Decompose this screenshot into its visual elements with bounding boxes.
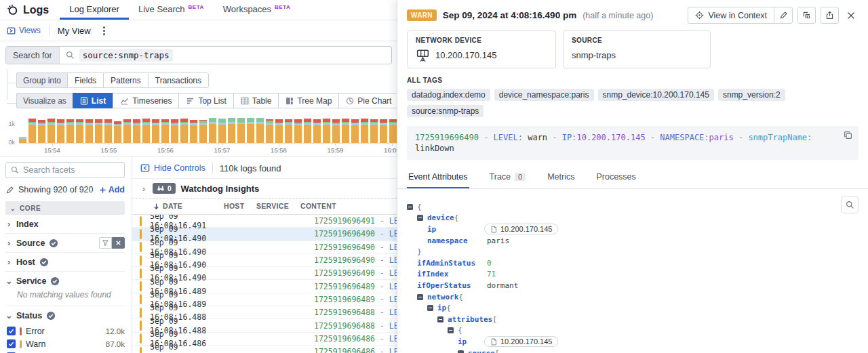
histogram-bar[interactable] bbox=[133, 119, 140, 143]
visualize-as-tree-map[interactable]: Tree Map bbox=[278, 93, 338, 108]
close-icon[interactable] bbox=[844, 8, 859, 23]
group-into-transactions[interactable]: Transactions bbox=[148, 72, 209, 88]
collapse-toggle-icon[interactable] bbox=[437, 316, 443, 323]
histogram-bar[interactable] bbox=[123, 119, 131, 143]
histogram-bar[interactable] bbox=[47, 119, 55, 143]
collapse-toggle-icon[interactable] bbox=[417, 294, 423, 300]
histogram-bars[interactable] bbox=[19, 114, 397, 144]
collapse-toggle-icon[interactable] bbox=[458, 350, 464, 353]
checkbox-checked[interactable] bbox=[7, 327, 16, 335]
column-host[interactable]: HOST bbox=[224, 202, 256, 210]
histogram-bar[interactable] bbox=[370, 119, 378, 143]
group-into-fields[interactable]: Fields bbox=[67, 72, 103, 88]
facet-value-error[interactable]: Error12.0k bbox=[5, 325, 125, 337]
search-query-token[interactable]: source:snmp-traps bbox=[79, 49, 173, 62]
network-device-card[interactable]: NETWORK DEVICE 10.200.170.145 bbox=[407, 30, 556, 68]
detail-tab-processes[interactable]: Processes bbox=[595, 170, 637, 188]
visualize-as-top-list[interactable]: Top List bbox=[178, 93, 233, 108]
histogram-bar[interactable] bbox=[142, 119, 150, 143]
tag-pill[interactable]: source:snmp-traps bbox=[407, 105, 484, 117]
facet-value-info[interactable]: Info4.41k bbox=[5, 350, 125, 353]
facet-row-status[interactable]: ⌄Status bbox=[5, 306, 125, 325]
copy-attributes-icon[interactable] bbox=[797, 7, 816, 24]
histogram-bar[interactable] bbox=[28, 119, 36, 143]
histogram-bar[interactable] bbox=[323, 119, 330, 143]
source-card[interactable]: SOURCE snmp-traps bbox=[563, 30, 711, 68]
histogram-bar[interactable] bbox=[104, 119, 112, 143]
search-input[interactable]: source:snmp-traps bbox=[60, 49, 391, 62]
nav-tab-live-search[interactable]: Live SearchBETA bbox=[129, 0, 214, 20]
histogram-bar[interactable] bbox=[19, 138, 26, 143]
histogram-bar[interactable] bbox=[190, 120, 197, 143]
sort-arrow-down-icon[interactable] bbox=[153, 203, 160, 210]
facet-search-input[interactable]: Search facets bbox=[5, 162, 125, 178]
histogram-bar[interactable] bbox=[304, 119, 311, 143]
histogram-bar[interactable] bbox=[66, 119, 74, 143]
facet-remove-icon[interactable] bbox=[112, 237, 125, 249]
histogram-bar[interactable] bbox=[275, 119, 283, 143]
hide-controls-button[interactable]: Hide Controls bbox=[140, 163, 205, 173]
histogram-bar[interactable] bbox=[209, 118, 216, 143]
column-content[interactable]: CONTENT bbox=[300, 202, 397, 210]
facet-value-warn[interactable]: Warn87.0k bbox=[5, 337, 125, 350]
facet-row-host[interactable]: ›Host bbox=[5, 253, 125, 271]
checkbox-checked[interactable] bbox=[7, 339, 16, 348]
add-facet-button[interactable]: Add bbox=[99, 185, 125, 194]
collapse-toggle-icon[interactable] bbox=[448, 327, 454, 333]
histogram-bar[interactable] bbox=[389, 119, 397, 143]
facet-filter-icon[interactable] bbox=[99, 237, 112, 249]
share-export-icon[interactable] bbox=[821, 7, 839, 24]
histogram-bar[interactable] bbox=[313, 119, 321, 143]
nav-tab-workspaces[interactable]: WorkspacesBETA bbox=[214, 0, 300, 20]
histogram-bar[interactable] bbox=[114, 121, 121, 143]
facet-row-service[interactable]: ⌄Service bbox=[5, 272, 125, 290]
collapse-toggle-icon[interactable] bbox=[417, 215, 423, 221]
histogram-bar[interactable] bbox=[237, 118, 245, 143]
visualize-as-pie-chart[interactable]: Pie Chart bbox=[338, 93, 398, 108]
edit-pencil-icon[interactable] bbox=[774, 7, 792, 24]
tag-pill[interactable]: snmp_device:10.200.170.145 bbox=[598, 89, 714, 101]
facet-section-core[interactable]: ⌄ CORE bbox=[5, 201, 125, 215]
visualize-as-list[interactable]: List bbox=[73, 93, 113, 108]
group-into-patterns[interactable]: Patterns bbox=[103, 72, 148, 88]
tag-pill[interactable]: device_namespace:paris bbox=[494, 89, 594, 101]
histogram-bar[interactable] bbox=[95, 119, 102, 143]
logs-brand[interactable]: Logs bbox=[7, 0, 60, 20]
histogram-bar[interactable] bbox=[294, 119, 302, 143]
column-service[interactable]: SERVICE bbox=[256, 202, 300, 210]
visualize-as-table[interactable]: Table bbox=[233, 93, 279, 108]
histogram-bar[interactable] bbox=[342, 119, 349, 143]
attribute-value-pill[interactable]: 10.200.170.145 bbox=[484, 336, 558, 347]
histogram-bar[interactable] bbox=[38, 120, 45, 143]
visualize-as-timeseries[interactable]: Timeseries bbox=[113, 93, 178, 108]
detail-tab-metrics[interactable]: Metrics bbox=[546, 170, 576, 188]
collapse-toggle-icon[interactable] bbox=[407, 204, 413, 210]
facet-row-source[interactable]: ›Source bbox=[5, 234, 125, 252]
histogram-bar[interactable] bbox=[76, 119, 83, 143]
facet-row-index[interactable]: ›Index bbox=[5, 215, 125, 233]
histogram-bar[interactable] bbox=[180, 119, 188, 143]
histogram-bar[interactable] bbox=[171, 119, 178, 143]
histogram-bar[interactable] bbox=[266, 119, 273, 143]
histogram-bar[interactable] bbox=[57, 119, 64, 143]
histogram-bar[interactable] bbox=[361, 119, 368, 143]
copy-icon[interactable] bbox=[844, 131, 852, 140]
histogram-bar[interactable] bbox=[218, 119, 226, 143]
detail-tab-trace[interactable]: Trace0 bbox=[488, 170, 528, 188]
histogram-bar[interactable] bbox=[161, 119, 169, 143]
tag-pill[interactable]: snmp_version:2 bbox=[718, 89, 785, 101]
current-view-name[interactable]: My View bbox=[58, 26, 91, 36]
histogram-bar[interactable] bbox=[85, 119, 93, 143]
histogram-bar[interactable] bbox=[285, 119, 292, 143]
histogram-bar[interactable] bbox=[247, 118, 254, 143]
edit-facets-pencil-icon[interactable] bbox=[5, 186, 14, 194]
histogram-bar[interactable] bbox=[380, 119, 387, 143]
histogram-bar[interactable] bbox=[228, 118, 235, 143]
histogram-bar[interactable] bbox=[152, 119, 159, 143]
watchdog-insights-row[interactable]: › 0 Watchdog Insights bbox=[132, 178, 397, 199]
attribute-value-pill[interactable]: 10.200.170.145 bbox=[484, 224, 558, 234]
view-in-context-button[interactable]: View in Context bbox=[688, 11, 774, 20]
log-table-row[interactable]: Sep 09 16:08:16.4861725919696486 - LEVEL… bbox=[132, 346, 397, 353]
histogram-bar[interactable] bbox=[199, 120, 207, 143]
view-options-kebab-icon[interactable] bbox=[99, 24, 109, 38]
